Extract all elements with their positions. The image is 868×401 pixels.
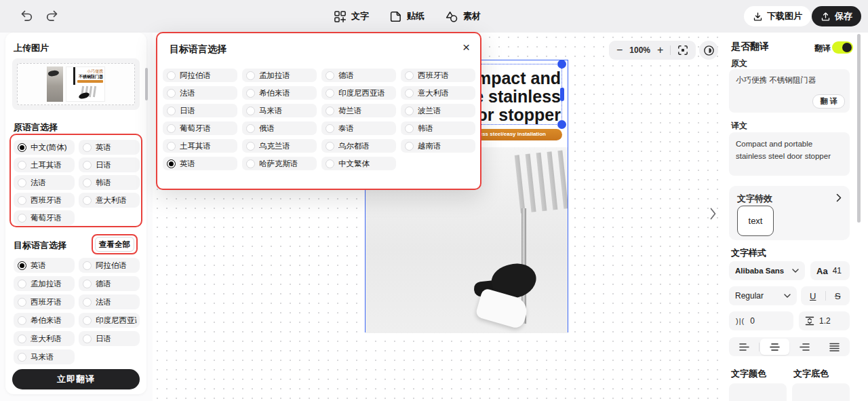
- letter-spacing-control[interactable]: )|( 0: [729, 311, 793, 330]
- radio-icon: [405, 107, 414, 115]
- modal-language-option[interactable]: 中文繁体: [321, 157, 396, 170]
- modal-language-option[interactable]: 孟加拉语: [242, 69, 317, 82]
- modal-language-option[interactable]: 西班牙语: [401, 69, 475, 82]
- modal-language-option[interactable]: 乌尔都语: [321, 139, 396, 153]
- upload-image-dropzone[interactable]: 小巧便携 不锈钢阻门器: [12, 58, 140, 110]
- target-language-option[interactable]: 日语: [79, 331, 140, 346]
- align-left-button[interactable]: [730, 339, 758, 355]
- radio-icon: [326, 71, 334, 80]
- source-language-option[interactable]: 韩语: [79, 175, 140, 190]
- font-family-select[interactable]: Alibaba Sans: [729, 261, 805, 280]
- strikethrough-button[interactable]: S: [825, 291, 850, 301]
- language-option-label: 西班牙语: [418, 71, 449, 81]
- modal-language-option[interactable]: 马来语: [242, 104, 317, 117]
- modal-language-option[interactable]: 泰语: [321, 121, 396, 135]
- align-right-button[interactable]: [791, 339, 819, 355]
- modal-language-option[interactable]: 越南语: [401, 139, 475, 153]
- modal-language-option[interactable]: 波兰语: [401, 104, 475, 117]
- selection-handle-bottom-right[interactable]: [557, 120, 566, 129]
- upload-title: 上传图片: [14, 42, 49, 54]
- language-option-label: 法语: [31, 178, 46, 188]
- text-color-swatch[interactable]: [729, 383, 787, 401]
- source-language-option[interactable]: 西班牙语: [14, 193, 75, 208]
- radio-icon: [326, 107, 334, 115]
- target-language-option[interactable]: 西班牙语: [14, 294, 75, 309]
- source-language-option[interactable]: 日语: [79, 157, 140, 172]
- panel-collapse-chevron[interactable]: [710, 208, 716, 220]
- line-height-control[interactable]: 1.2: [799, 311, 850, 330]
- zoom-in-button[interactable]: +: [657, 45, 663, 56]
- target-language-option[interactable]: 马来语: [14, 349, 75, 364]
- tool-sticker-button[interactable]: 贴纸: [389, 10, 425, 23]
- align-justify-button[interactable]: [821, 339, 849, 355]
- modal-language-option[interactable]: 法语: [163, 86, 237, 100]
- modal-language-option[interactable]: 日语: [163, 104, 237, 117]
- underline-button[interactable]: U: [801, 291, 825, 301]
- align-center-button[interactable]: [760, 339, 789, 355]
- source-language-option[interactable]: 土耳其语: [14, 157, 75, 172]
- modal-language-option[interactable]: 韩语: [401, 121, 475, 135]
- language-option-label: 越南语: [418, 141, 441, 151]
- source-language-option[interactable]: 英语: [79, 140, 140, 155]
- text-bg-color-swatch[interactable]: [792, 383, 850, 401]
- source-language-option[interactable]: 意大利语: [79, 193, 140, 208]
- language-option-label: 葡萄牙语: [31, 213, 62, 223]
- undo-button[interactable]: [19, 9, 35, 25]
- translate-now-button[interactable]: 立即翻译: [12, 369, 140, 389]
- view-all-languages-button[interactable]: 查看全部: [95, 237, 134, 252]
- tool-material-button[interactable]: 素材: [445, 10, 481, 23]
- language-option-label: 英语: [96, 142, 111, 153]
- modal-language-option[interactable]: 俄语: [242, 121, 317, 135]
- modal-language-option[interactable]: 印度尼西亚语: [321, 86, 396, 100]
- selection-handle-right[interactable]: [560, 88, 564, 101]
- target-language-option[interactable]: 意大利语: [14, 331, 75, 346]
- modal-language-option[interactable]: 乌克兰语: [242, 139, 317, 153]
- modal-language-option[interactable]: 英语: [163, 157, 237, 170]
- redo-button[interactable]: [45, 9, 61, 25]
- font-size-control[interactable]: Aa 41: [810, 261, 850, 280]
- modal-language-option[interactable]: 德语: [321, 69, 396, 82]
- translate-button[interactable]: 翻译: [812, 94, 845, 109]
- target-language-option[interactable]: 德语: [79, 276, 140, 291]
- left-panel-scrollbar[interactable]: [145, 68, 148, 100]
- language-option-label: 孟加拉语: [259, 71, 290, 81]
- text-effect-preview[interactable]: text: [737, 206, 774, 236]
- save-button[interactable]: 保存: [812, 6, 861, 26]
- modal-language-option[interactable]: 意大利语: [401, 86, 475, 100]
- compare-button[interactable]: [699, 41, 718, 60]
- zoom-out-button[interactable]: −: [616, 45, 623, 56]
- target-language-option[interactable]: 英语: [14, 258, 75, 273]
- fit-screen-icon[interactable]: [677, 45, 688, 56]
- chevron-right-icon[interactable]: [836, 193, 842, 202]
- modal-language-option[interactable]: 哈萨克斯语: [242, 157, 317, 170]
- modal-language-option[interactable]: 葡萄牙语: [163, 121, 237, 135]
- modal-language-option[interactable]: 希伯来语: [242, 86, 317, 100]
- language-option-label: 马来语: [259, 106, 283, 116]
- underline-strike-group: U S: [801, 286, 850, 305]
- modal-language-option[interactable]: 土耳其语: [163, 139, 237, 153]
- target-text-field[interactable]: Compact and portable stainless steel doo…: [729, 132, 850, 176]
- translate-toggle[interactable]: [832, 41, 853, 54]
- source-language-option[interactable]: 法语: [14, 175, 75, 190]
- source-language-option[interactable]: 葡萄牙语: [14, 210, 75, 225]
- target-language-option[interactable]: 法语: [79, 294, 140, 309]
- save-label: 保存: [835, 10, 852, 22]
- language-option-label: 印度尼西亚语: [338, 88, 385, 98]
- modal-language-option[interactable]: 阿拉伯语: [163, 69, 237, 82]
- target-language-option[interactable]: 印度尼西亚语: [79, 313, 140, 328]
- target-language-option[interactable]: 希伯来语: [14, 313, 75, 328]
- target-language-option[interactable]: 阿拉伯语: [79, 258, 140, 273]
- close-icon[interactable]: ×: [462, 40, 470, 55]
- target-language-option[interactable]: 孟加拉语: [14, 276, 75, 291]
- right-panel-scrollbar[interactable]: [857, 34, 861, 223]
- download-image-button[interactable]: 下载图片: [744, 6, 811, 26]
- source-language-option[interactable]: 中文(简体): [14, 140, 75, 155]
- font-weight-select[interactable]: Regular: [729, 286, 797, 305]
- tool-text-button[interactable]: 文字: [334, 10, 369, 23]
- radio-icon: [18, 335, 26, 343]
- radio-icon: [167, 107, 176, 115]
- modal-language-option[interactable]: 荷兰语: [321, 104, 396, 117]
- source-text-field[interactable]: 小巧便携 不锈钢阻门器 翻译: [729, 69, 850, 113]
- language-option-label: 希伯来语: [31, 316, 62, 326]
- selection-handle-top-right[interactable]: [557, 60, 566, 69]
